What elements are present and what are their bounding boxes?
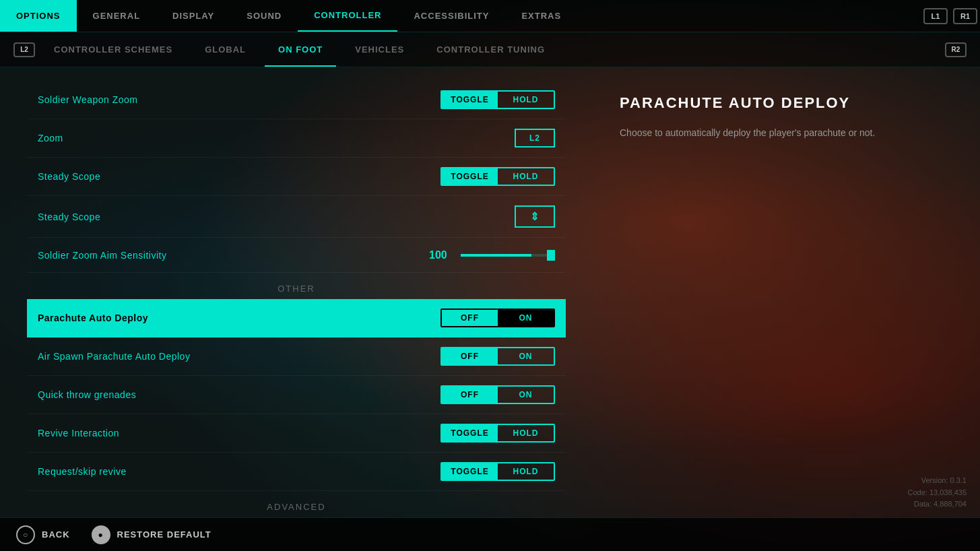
main-area: Soldier Weapon Zoom TOGGLE HOLD Zoom L2 … bbox=[0, 67, 980, 517]
sub-tab-controller-tuning[interactable]: CONTROLLER TUNING bbox=[423, 32, 558, 67]
setting-quick-throw-grenades[interactable]: Quick throw grenades OFF ON bbox=[27, 376, 566, 414]
setting-label: Request/skip revive bbox=[38, 466, 127, 477]
toggle-option-on[interactable]: ON bbox=[498, 310, 554, 326]
bottom-bar: ○ BACK ● RESTORE DEFAULT bbox=[0, 517, 980, 551]
l2-button[interactable]: L2 bbox=[13, 42, 35, 57]
nav-tab-display[interactable]: DISPLAY bbox=[156, 0, 230, 32]
data-text: Data: 4,888,704 bbox=[908, 498, 967, 511]
setting-label: Steady Scope bbox=[38, 212, 100, 222]
toggle-option-toggle[interactable]: TOGGLE bbox=[442, 425, 498, 441]
toggle-option-toggle[interactable]: TOGGLE bbox=[442, 463, 498, 480]
setting-parachute-auto-deploy[interactable]: Parachute Auto Deploy OFF ON bbox=[27, 299, 566, 337]
r1-button[interactable]: R1 bbox=[953, 8, 977, 24]
nav-tab-options[interactable]: OPTIONS bbox=[0, 0, 77, 32]
settings-panel[interactable]: Soldier Weapon Zoom TOGGLE HOLD Zoom L2 … bbox=[0, 67, 593, 517]
toggle-option-off[interactable]: OFF bbox=[442, 348, 498, 364]
nav-tab-sound[interactable]: SOUND bbox=[230, 0, 298, 32]
setting-label: Soldier Zoom Aim Sensitivity bbox=[38, 250, 166, 261]
toggle-request-skip-revive[interactable]: TOGGLE HOLD bbox=[440, 462, 555, 481]
back-label: BACK bbox=[42, 529, 70, 540]
setting-revive-interaction[interactable]: Revive Interaction TOGGLE HOLD bbox=[27, 414, 566, 453]
toggle-option-toggle[interactable]: TOGGLE bbox=[442, 92, 498, 108]
zoom-key-btn[interactable]: L2 bbox=[515, 129, 555, 148]
toggle-option-hold[interactable]: HOLD bbox=[498, 463, 554, 480]
setting-label: Quick throw grenades bbox=[38, 389, 136, 400]
setting-label: Revive Interaction bbox=[38, 428, 119, 439]
nav-tab-accessibility[interactable]: ACCESSIBILITY bbox=[397, 0, 505, 32]
toggle-option-on[interactable]: ON bbox=[498, 387, 554, 403]
toggle-parachute-auto-deploy[interactable]: OFF ON bbox=[440, 309, 555, 327]
sub-tab-global[interactable]: GLOBAL bbox=[191, 32, 259, 67]
toggle-option-hold[interactable]: HOLD bbox=[498, 425, 554, 441]
info-title: PARACHUTE AUTO DEPLOY bbox=[620, 94, 953, 112]
restore-label: RESTORE DEFAULT bbox=[117, 529, 211, 540]
setting-steady-scope-key[interactable]: Steady Scope ⇕ bbox=[27, 196, 566, 238]
toggle-option-hold[interactable]: HOLD bbox=[498, 92, 554, 108]
setting-request-skip-revive[interactable]: Request/skip revive TOGGLE HOLD bbox=[27, 453, 566, 491]
toggle-quick-throw[interactable]: OFF ON bbox=[440, 385, 555, 404]
setting-label: Parachute Auto Deploy bbox=[38, 313, 148, 323]
toggle-revive-interaction[interactable]: TOGGLE HOLD bbox=[440, 424, 555, 443]
slider-fill bbox=[461, 254, 531, 257]
sub-tab-controller-schemes[interactable]: CONTROLLER SCHEMES bbox=[40, 32, 186, 67]
slider-value: 100 bbox=[429, 249, 453, 261]
setting-zoom-aim-sensitivity[interactable]: Soldier Zoom Aim Sensitivity 100 bbox=[27, 238, 566, 273]
setting-label: Air Spawn Parachute Auto Deploy bbox=[38, 351, 190, 362]
toggle-air-spawn[interactable]: OFF ON bbox=[440, 347, 555, 366]
toggle-option-on[interactable]: ON bbox=[498, 348, 554, 364]
back-action[interactable]: ○ BACK bbox=[16, 525, 70, 544]
setting-air-spawn-parachute[interactable]: Air Spawn Parachute Auto Deploy OFF ON bbox=[27, 337, 566, 376]
back-icon: ○ bbox=[16, 525, 35, 544]
restore-icon: ● bbox=[92, 525, 110, 544]
l1-button[interactable]: L1 bbox=[923, 8, 948, 24]
setting-label: Steady Scope bbox=[38, 171, 100, 182]
setting-label: Zoom bbox=[38, 133, 63, 143]
toggle-option-off[interactable]: OFF bbox=[442, 310, 498, 326]
r2-button[interactable]: R2 bbox=[945, 42, 967, 57]
toggle-option-toggle[interactable]: TOGGLE bbox=[442, 168, 498, 185]
section-other: OTHER bbox=[27, 273, 566, 299]
slider-container[interactable]: 100 bbox=[429, 249, 555, 261]
sub-tab-on-foot[interactable]: ON FOOT bbox=[265, 32, 336, 67]
slider-thumb[interactable] bbox=[547, 250, 555, 261]
section-advanced: ADVANCED bbox=[27, 491, 566, 517]
code-text: Code: 13,038,435 bbox=[908, 487, 967, 499]
setting-label: Soldier Weapon Zoom bbox=[38, 94, 138, 105]
nav-tab-extras[interactable]: EXTRAS bbox=[505, 0, 577, 32]
toggle-soldier-weapon-zoom[interactable]: TOGGLE HOLD bbox=[440, 90, 555, 109]
nav-tab-general[interactable]: GENERAL bbox=[77, 0, 157, 32]
version-text: Version: 0.3.1 bbox=[908, 475, 967, 487]
steady-scope-key-btn[interactable]: ⇕ bbox=[515, 205, 555, 228]
toggle-option-hold[interactable]: HOLD bbox=[498, 168, 554, 185]
toggle-option-off[interactable]: OFF bbox=[442, 387, 498, 403]
toggle-steady-scope[interactable]: TOGGLE HOLD bbox=[440, 167, 555, 186]
nav-tab-controller[interactable]: CONTROLLER bbox=[298, 0, 397, 32]
version-info: Version: 0.3.1 Code: 13,038,435 Data: 4,… bbox=[908, 475, 967, 511]
setting-zoom[interactable]: Zoom L2 bbox=[27, 119, 566, 158]
top-nav: OPTIONS GENERAL DISPLAY SOUND CONTROLLER… bbox=[0, 0, 980, 32]
sub-nav: L2 CONTROLLER SCHEMES GLOBAL ON FOOT VEH… bbox=[0, 32, 980, 67]
sub-tab-vehicles[interactable]: VEHICLES bbox=[341, 32, 418, 67]
setting-steady-scope-toggle[interactable]: Steady Scope TOGGLE HOLD bbox=[27, 158, 566, 196]
setting-soldier-weapon-zoom[interactable]: Soldier Weapon Zoom TOGGLE HOLD bbox=[27, 81, 566, 119]
slider-track[interactable] bbox=[461, 254, 555, 257]
restore-default-action[interactable]: ● RESTORE DEFAULT bbox=[92, 525, 211, 544]
info-description: Choose to automatically deploy the playe… bbox=[620, 125, 953, 140]
info-panel: PARACHUTE AUTO DEPLOY Choose to automati… bbox=[593, 67, 980, 517]
